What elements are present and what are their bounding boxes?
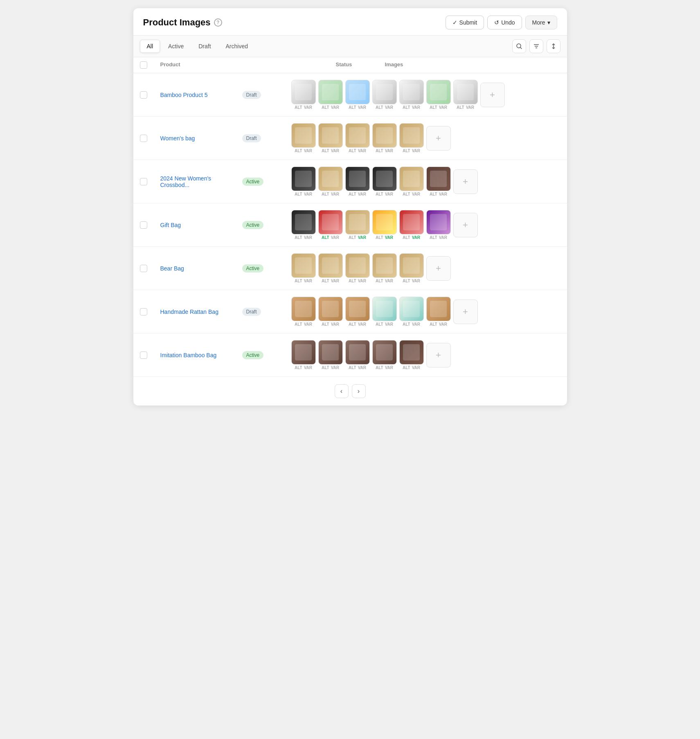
checkbox-product-3[interactable]	[140, 178, 147, 185]
product-name-5[interactable]: Bear Bag	[160, 265, 242, 272]
img-wrapper: ALTVAR	[426, 80, 451, 110]
product-image-1-0[interactable]	[291, 80, 316, 104]
product-image-4-2[interactable]	[345, 210, 370, 234]
img-wrapper: ALTVAR	[399, 80, 424, 110]
product-name-1[interactable]: Bamboo Product 5	[160, 92, 242, 98]
product-name-7[interactable]: Imitation Bamboo Bag	[160, 352, 242, 358]
product-image-1-3[interactable]	[372, 80, 397, 104]
product-image-6-1[interactable]	[318, 297, 343, 321]
product-name-6[interactable]: Handmade Rattan Bag	[160, 309, 242, 315]
img-labels: ALTVAR	[349, 192, 366, 196]
prev-page-button[interactable]: ‹	[335, 384, 349, 398]
product-name-4[interactable]: Gift Bag	[160, 222, 242, 228]
product-image-7-0[interactable]	[291, 340, 316, 365]
alt-label: ALT	[430, 192, 437, 196]
images-cell-4: ALTVARALTVARALTVARALTVARALTVARALTVAR+	[291, 210, 560, 240]
product-image-7-4[interactable]	[399, 340, 424, 365]
product-image-2-3[interactable]	[372, 123, 397, 148]
add-image-button-5[interactable]: +	[426, 256, 451, 281]
product-image-3-3[interactable]	[372, 167, 397, 191]
img-wrapper: ALTVAR	[318, 123, 343, 153]
product-image-5-3[interactable]	[372, 253, 397, 278]
checkbox-product-5[interactable]	[140, 265, 147, 272]
search-button[interactable]	[512, 39, 526, 53]
img-labels: ALTVAR	[295, 192, 312, 196]
checkbox-product-4[interactable]	[140, 221, 147, 229]
product-image-3-2[interactable]	[345, 167, 370, 191]
product-image-6-4[interactable]	[399, 297, 424, 321]
product-image-7-2[interactable]	[345, 340, 370, 365]
product-image-2-1[interactable]	[318, 123, 343, 148]
product-image-3-0[interactable]	[291, 167, 316, 191]
product-image-3-4[interactable]	[399, 167, 424, 191]
img-labels: ALTVAR	[322, 279, 339, 283]
add-image-button-3[interactable]: +	[453, 169, 478, 194]
product-image-2-4[interactable]	[399, 123, 424, 148]
product-image-7-3[interactable]	[372, 340, 397, 365]
more-label: More	[532, 19, 545, 26]
product-image-2-0[interactable]	[291, 123, 316, 148]
product-image-4-1[interactable]	[318, 210, 343, 234]
tab-active[interactable]: Active	[162, 40, 190, 52]
var-label: VAR	[358, 192, 366, 196]
img-wrapper: ALTVAR	[318, 340, 343, 370]
sort-button[interactable]	[547, 39, 560, 53]
product-image-4-5[interactable]	[426, 210, 451, 234]
tab-archived[interactable]: Archived	[219, 40, 254, 52]
product-image-1-6[interactable]	[453, 80, 478, 104]
next-page-button[interactable]: ›	[352, 384, 366, 398]
undo-button[interactable]: ↺ Undo	[487, 16, 522, 29]
var-label: VAR	[358, 365, 366, 370]
product-image-4-3[interactable]	[372, 210, 397, 234]
product-image-3-5[interactable]	[426, 167, 451, 191]
select-all-checkbox[interactable]	[140, 61, 147, 69]
product-image-1-4[interactable]	[399, 80, 424, 104]
alt-label: ALT	[403, 365, 410, 370]
add-image-button-2[interactable]: +	[426, 126, 451, 151]
add-image-button-6[interactable]: +	[453, 300, 478, 324]
alt-label: ALT	[403, 149, 410, 153]
checkbox-product-6[interactable]	[140, 308, 147, 315]
var-label: VAR	[304, 235, 312, 240]
add-image-button-7[interactable]: +	[426, 343, 451, 367]
img-wrapper: ALTVAR	[345, 297, 370, 327]
var-label: VAR	[439, 105, 447, 110]
var-label: VAR	[385, 235, 393, 240]
product-image-5-2[interactable]	[345, 253, 370, 278]
submit-button[interactable]: ✓ Submit	[446, 16, 484, 29]
product-image-1-1[interactable]	[318, 80, 343, 104]
product-image-5-0[interactable]	[291, 253, 316, 278]
img-labels: ALTVAR	[403, 105, 420, 110]
product-image-6-3[interactable]	[372, 297, 397, 321]
product-image-7-1[interactable]	[318, 340, 343, 365]
product-image-6-5[interactable]	[426, 297, 451, 321]
img-wrapper: ALTVAR	[318, 80, 343, 110]
product-image-1-2[interactable]	[345, 80, 370, 104]
add-image-button-1[interactable]: +	[480, 83, 505, 107]
product-image-6-0[interactable]	[291, 297, 316, 321]
product-image-5-4[interactable]	[399, 253, 424, 278]
product-image-4-0[interactable]	[291, 210, 316, 234]
product-image-3-1[interactable]	[318, 167, 343, 191]
product-image-4-4[interactable]	[399, 210, 424, 234]
product-image-1-5[interactable]	[426, 80, 451, 104]
row-checkbox-cell	[140, 308, 160, 315]
filter-button[interactable]	[529, 39, 543, 53]
table-header: Product Status Images	[133, 57, 567, 73]
product-image-6-2[interactable]	[345, 297, 370, 321]
img-wrapper: ALTVAR	[291, 123, 316, 153]
add-image-button-4[interactable]: +	[453, 213, 478, 237]
alt-label: ALT	[349, 149, 356, 153]
product-name-2[interactable]: Women's bag	[160, 135, 242, 142]
tab-all[interactable]: All	[140, 40, 160, 53]
more-button[interactable]: More ▾	[525, 16, 557, 29]
alt-label: ALT	[295, 192, 302, 196]
product-image-2-2[interactable]	[345, 123, 370, 148]
checkbox-product-2[interactable]	[140, 135, 147, 142]
help-icon[interactable]: ?	[214, 18, 222, 27]
tab-draft[interactable]: Draft	[192, 40, 217, 52]
product-name-3[interactable]: 2024 New Women's Crossbod...	[160, 175, 242, 188]
checkbox-product-1[interactable]	[140, 91, 147, 99]
product-image-5-1[interactable]	[318, 253, 343, 278]
checkbox-product-7[interactable]	[140, 351, 147, 359]
